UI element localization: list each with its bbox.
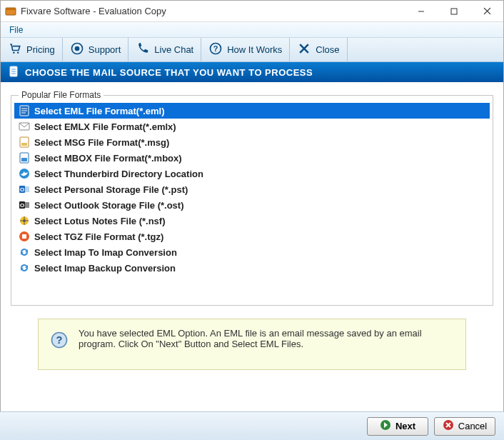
svg-rect-3 <box>451 9 457 14</box>
mail-icon <box>19 121 30 132</box>
svg-text:O: O <box>20 186 24 193</box>
headset-icon <box>70 41 84 58</box>
sync-icon <box>19 246 30 258</box>
file-msg-icon <box>19 136 30 148</box>
svg-text:?: ? <box>213 44 218 53</box>
cancel-icon <box>443 419 454 433</box>
svg-point-7 <box>17 52 19 54</box>
thunderbird-icon <box>19 168 30 179</box>
support-label: Support <box>89 44 121 55</box>
section-header-text: CHOOSE THE MAIL SOURCE THAT YOU WANT TO … <box>25 67 313 78</box>
support-button[interactable]: Support <box>63 38 129 61</box>
format-option-label: Select MBOX File Format(*.mbox) <box>34 153 182 164</box>
format-option[interactable]: OSelect Outlook Storage File (*.ost) <box>14 197 490 213</box>
format-option-label: Select TGZ File Format (*.tgz) <box>34 231 163 242</box>
svg-text:O: O <box>20 202 24 209</box>
format-option[interactable]: Select MBOX File Format(*.mbox) <box>14 150 490 166</box>
svg-rect-33 <box>25 202 29 208</box>
svg-rect-24 <box>21 143 27 146</box>
format-list: Select EML File Format(*.eml)Select EMLX… <box>14 103 490 276</box>
info-box: ? You have selected EML Option. An EML f… <box>38 319 466 370</box>
svg-text:?: ? <box>56 334 63 346</box>
window-controls <box>405 1 503 22</box>
info-text: You have selected EML Option. An EML fil… <box>79 328 454 349</box>
main-panel: Popular File Formats Select EML File For… <box>1 82 503 381</box>
format-option[interactable]: Select Lotus Notes File (*.nsf) <box>14 213 490 229</box>
titlebar: Fixvare Software - Evaluation Copy <box>1 1 503 22</box>
cart-icon <box>8 41 22 58</box>
svg-point-9 <box>74 46 79 51</box>
format-option[interactable]: Select Imap Backup Conversion <box>14 260 490 276</box>
next-button[interactable]: Next <box>367 417 428 436</box>
document-icon <box>8 66 19 79</box>
pricing-button[interactable]: Pricing <box>1 38 63 61</box>
section-header: CHOOSE THE MAIL SOURCE THAT YOU WANT TO … <box>1 62 503 82</box>
menubar: File <box>1 22 503 38</box>
maximize-button[interactable] <box>438 1 470 22</box>
pricing-label: Pricing <box>26 44 55 55</box>
format-option-label: Select Lotus Notes File (*.nsf) <box>34 216 165 226</box>
svg-rect-26 <box>21 158 27 161</box>
next-icon <box>380 419 391 433</box>
format-option[interactable]: OSelect Personal Storage File (*.pst) <box>14 181 490 197</box>
phone-icon <box>136 41 150 58</box>
cancel-label: Cancel <box>458 421 487 431</box>
cancel-button[interactable]: Cancel <box>434 417 495 436</box>
format-option[interactable]: Select MSG File Format(*.msg) <box>14 134 490 150</box>
livechat-label: Live Chat <box>154 44 193 55</box>
svg-rect-37 <box>22 234 26 239</box>
window-title: Fixvare Software - Evaluation Copy <box>21 6 405 16</box>
outlook-dark-icon: O <box>19 199 30 211</box>
footer: Next Cancel <box>0 411 504 440</box>
close-button[interactable]: Close <box>290 38 347 61</box>
format-option[interactable]: Select EMLX File Format(*.emlx) <box>14 119 490 134</box>
svg-point-35 <box>23 219 26 222</box>
format-option-label: Select EML File Format(*.eml) <box>34 106 165 116</box>
format-option[interactable]: Select TGZ File Format (*.tgz) <box>14 229 490 244</box>
toolbar: Pricing Support Live Chat ? How It Works… <box>1 38 503 62</box>
svg-rect-1 <box>6 8 16 10</box>
format-option-label: Select Imap To Imap Conversion <box>34 247 177 258</box>
file-mbox-icon <box>19 152 30 164</box>
livechat-button[interactable]: Live Chat <box>128 38 201 61</box>
question-icon: ? <box>208 41 223 58</box>
svg-rect-30 <box>25 186 29 192</box>
format-option-label: Select Thunderbird Directory Location <box>34 169 203 179</box>
format-option-label: Select Outlook Storage File (*.ost) <box>34 200 183 211</box>
format-option[interactable]: Select EML File Format(*.eml) <box>14 103 490 119</box>
lotus-icon <box>19 215 30 226</box>
svg-point-6 <box>13 52 14 54</box>
minimize-button[interactable] <box>405 1 438 22</box>
format-option[interactable]: Select Imap To Imap Conversion <box>14 244 490 260</box>
menu-file[interactable]: File <box>4 24 29 36</box>
app-icon <box>5 6 16 17</box>
help-icon: ? <box>50 331 69 349</box>
formats-group-label: Popular File Formats <box>19 90 104 100</box>
file-eml-icon <box>19 105 30 116</box>
format-option[interactable]: Select Thunderbird Directory Location <box>14 166 490 181</box>
archive-icon <box>19 231 30 242</box>
close-label: Close <box>316 44 339 55</box>
sync-icon <box>19 262 30 274</box>
howitworks-label: How It Works <box>227 44 282 55</box>
format-option-label: Select Personal Storage File (*.pst) <box>34 184 188 195</box>
close-icon <box>297 41 311 58</box>
close-window-button[interactable] <box>470 1 503 22</box>
formats-group: Popular File Formats Select EML File For… <box>11 95 493 306</box>
format-option-label: Select Imap Backup Conversion <box>34 263 176 274</box>
outlook-icon: O <box>19 184 30 195</box>
next-label: Next <box>395 421 415 431</box>
howitworks-button[interactable]: ? How It Works <box>201 38 290 61</box>
format-option-label: Select EMLX File Format(*.emlx) <box>34 121 176 132</box>
format-option-label: Select MSG File Format(*.msg) <box>34 137 169 148</box>
